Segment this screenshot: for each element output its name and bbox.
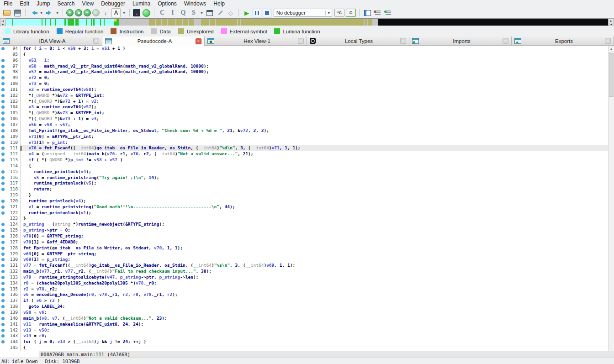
menu-help[interactable]: Help	[210, 0, 228, 7]
jump-disabled-icon[interactable]	[92, 9, 100, 16]
code-line-142[interactable]: 142v13 = v50;	[0, 327, 608, 333]
code-line-123[interactable]: 123}	[0, 216, 608, 222]
menu-arrow-icon[interactable]	[200, 8, 204, 17]
close-icon[interactable]: ×	[298, 38, 304, 44]
close-icon[interactable]: ×	[400, 38, 406, 44]
code-line-140[interactable]: 140main_b(v8, v7, (__int64)"Not a valid …	[0, 316, 608, 322]
dbg-window-icon[interactable]	[205, 8, 214, 17]
quick-c-refresh-button[interactable]: C	[346, 9, 356, 17]
menu-search[interactable]: Search	[53, 0, 78, 7]
stop-process-icon[interactable]	[263, 9, 271, 17]
save-icon[interactable]	[13, 8, 22, 17]
menu-options[interactable]: Options	[154, 0, 180, 7]
menu-windows[interactable]: Windows	[180, 0, 210, 7]
code-line-129[interactable]: 129v69[0] = &RTYPE__ptr_string;	[0, 251, 608, 257]
code-line-106[interactable]: 106 *((_QWORD *)&v73 + 1) = v3;	[0, 116, 608, 122]
code-line-117[interactable]: 117 runtime_printunlock(v5);	[0, 180, 608, 186]
close-icon[interactable]: ×	[503, 38, 508, 44]
code-line-143[interactable]: 143v14 = r0;	[0, 333, 608, 339]
jump-plus-icon[interactable]	[66, 9, 74, 16]
tab-exports[interactable]: Exports×	[512, 37, 614, 46]
code-line-99[interactable]: 99 v72 = 0;	[0, 75, 608, 81]
code-line-108[interactable]: 108 fmt_Fprintf(go_itab__os_File_io_Writ…	[0, 128, 608, 134]
code-line-133[interactable]: 133v78 = runtime_stringtoslicebyte(v47, …	[0, 274, 608, 280]
menu-arrow-icon[interactable]	[122, 8, 126, 17]
jump-minus-icon[interactable]	[84, 9, 91, 16]
dbg-edit-icon[interactable]	[216, 8, 225, 17]
code-line-130[interactable]: 130v69[1] = p_string;	[0, 257, 608, 263]
code-line-131[interactable]: 131v77 = fmt_Fscanf((__int64)go_itab__os…	[0, 263, 608, 269]
tab-imports[interactable]: Imports×	[409, 37, 512, 46]
scrollbar-thumb[interactable]	[609, 53, 614, 97]
tab-ida-view-a[interactable]: IDA View-A×	[0, 37, 102, 46]
code-line-134[interactable]: 134r0 = (chacha20poly1305_xchacha20poly1…	[0, 280, 608, 286]
code-line-126[interactable]: 126v70[0] = &RTYPE_string;	[0, 233, 608, 239]
open-file-icon[interactable]	[2, 8, 11, 17]
code-line-100[interactable]: 100 v73 = 0;	[0, 81, 608, 87]
menu-file[interactable]: File	[0, 0, 16, 7]
down-arrow-icon[interactable]	[101, 8, 110, 17]
menu-arrow-icon[interactable]	[39, 8, 43, 17]
code-line-103[interactable]: 103 *((_QWORD *)&v72 + 1) = v2;	[0, 99, 608, 105]
lumina-icon[interactable]	[142, 8, 151, 17]
code-line-111[interactable]: 111 v76 = fmt_Fscanf((__int64)go_itab__o…	[0, 145, 608, 151]
code-line-98[interactable]: 98 v57 = math_rand_v2__ptr_Rand_uint64n(…	[0, 69, 608, 75]
code-line-139[interactable]: 139v50 = v6;	[0, 310, 608, 316]
code-line-136[interactable]: 136v6 = encoding_hex_Decode(r0, v78._r1,…	[0, 292, 608, 298]
code-line-115[interactable]: 115 runtime_printlock(v4);	[0, 169, 608, 175]
dbg-i-icon[interactable]	[168, 8, 177, 17]
jump-dot-icon[interactable]	[75, 9, 82, 16]
code-line-135[interactable]: 135r2 = v78._r2;	[0, 286, 608, 292]
tab-hex-view-1[interactable]: Hex View-1×	[205, 37, 307, 46]
code-line-113[interactable]: 113 if ( *(_QWORD *)p_int != v58 + v57 )	[0, 157, 608, 163]
code-line-122[interactable]: 122 runtime_printunlock(v1);	[0, 210, 608, 216]
code-line-101[interactable]: 101 v2 = runtime_convT64(v58);	[0, 87, 608, 93]
close-icon[interactable]: ×	[196, 38, 201, 44]
bp-list-icon[interactable]	[373, 8, 382, 17]
code-line-137[interactable]: 137if ( v6 > r2 )	[0, 298, 608, 304]
code-line-114[interactable]: 114 {	[0, 163, 608, 169]
dbg-q-icon[interactable]	[179, 8, 188, 17]
nav-back-icon[interactable]	[29, 8, 38, 17]
menu-edit[interactable]: Edit	[16, 0, 33, 7]
code-line-95[interactable]: 95{	[0, 52, 608, 58]
panel-list-icon[interactable]	[363, 8, 372, 17]
band-scroll-right-button[interactable]: ▸◂	[608, 18, 614, 26]
code-line-112[interactable]: 112 v4 = (unsigned __int64)main_b(v76._r…	[0, 151, 608, 157]
code-line-105[interactable]: 105 *(_QWORD *)&v73 = &RTYPE_int;	[0, 110, 608, 116]
tab-pseudocode-a[interactable]: Pseudocode-A×	[102, 37, 205, 46]
menu-lumina[interactable]: Lumina	[129, 0, 154, 7]
menu-debugger[interactable]: Debugger	[97, 0, 129, 7]
code-line-121[interactable]: 121 v1 = runtime_printstring("Good math!…	[0, 204, 608, 210]
menu-arrow-icon[interactable]	[55, 8, 59, 17]
code-line-120[interactable]: 120 runtime_printlock(v4);	[0, 198, 608, 204]
code-line-109[interactable]: 109 v71[0] = &RTYPE__ptr_int;	[0, 134, 608, 140]
scrollbar-up-icon[interactable]: ▲	[609, 46, 614, 53]
code-listing[interactable]: 94for ( i = 0; i < v59 + 3; i = v51 + 1 …	[0, 46, 608, 351]
navigator-icon[interactable]	[133, 9, 140, 16]
code-line-116[interactable]: 116 v5 = runtime_printstring("Try again!…	[0, 175, 608, 181]
code-line-124[interactable]: 124p_string = (string *)runtime_newobjec…	[0, 222, 608, 227]
quick-c-view-button[interactable]: °C	[334, 9, 344, 17]
tab-local-types[interactable]: Local Types×	[307, 37, 409, 46]
navigation-band-strip[interactable]	[6, 18, 608, 26]
dbg-c-icon[interactable]	[158, 8, 167, 17]
dbg-s-icon[interactable]	[189, 8, 198, 17]
code-line-96[interactable]: 96 v51 = i;	[0, 58, 608, 63]
code-line-141[interactable]: 141v11 = runtime_makeslice(&RTYPE_uint8,…	[0, 322, 608, 327]
code-line-128[interactable]: 128fmt_Fprint(go_itab__os_File_io_Writer…	[0, 245, 608, 251]
code-line-125[interactable]: 125p_string->ptr = 0;	[0, 227, 608, 233]
menu-view[interactable]: View	[78, 0, 97, 7]
code-line-127[interactable]: 127v70[1] = &off_4EDAB0;	[0, 239, 608, 245]
code-line-132[interactable]: 132main_b(v77._r1, v77._r2, (__int64)"Fa…	[0, 269, 608, 274]
code-line-94[interactable]: 94for ( i = 0; i < v59 + 3; i = v51 + 1 …	[0, 46, 608, 52]
code-line-97[interactable]: 97 v58 = math_rand_v2__ptr_Rand_uint64n(…	[0, 63, 608, 69]
menu-jump[interactable]: Jump	[33, 0, 53, 7]
nav-forward-icon[interactable]	[45, 8, 54, 17]
code-line-138[interactable]: 138 goto LABEL_34;	[0, 304, 608, 310]
trace-list-icon[interactable]	[384, 8, 393, 17]
code-line-110[interactable]: 110 v71[1] = p_int;	[0, 140, 608, 146]
code-line-107[interactable]: 107 v56 = v58 + v57;	[0, 122, 608, 128]
code-line-118[interactable]: 118 return;	[0, 186, 608, 192]
pause-process-icon[interactable]	[253, 9, 261, 17]
